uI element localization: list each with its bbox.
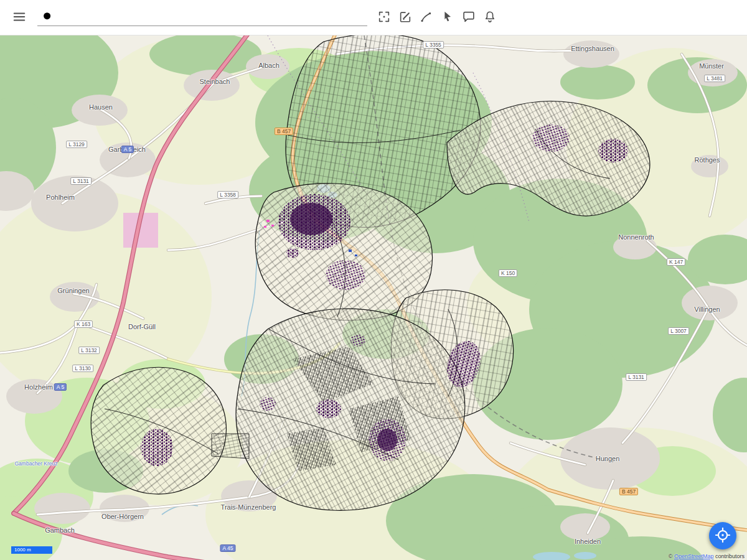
toolbar (0, 0, 747, 35)
map-attribution: © OpenStreetMap contributors (669, 553, 745, 559)
attribution-prefix: © (669, 553, 673, 559)
edit-icon (398, 10, 412, 26)
map-canvas[interactable] (0, 35, 747, 560)
draw-line-icon (420, 10, 433, 26)
bell-button[interactable] (479, 7, 500, 29)
toolbar-actions (374, 0, 500, 35)
search-input[interactable] (37, 7, 367, 26)
search-bar (37, 7, 367, 27)
pointer-icon (441, 10, 454, 26)
comment-button[interactable] (458, 7, 479, 29)
attribution-suffix: contributors (715, 553, 745, 559)
pointer-button[interactable] (437, 7, 458, 29)
comment-icon (462, 10, 476, 26)
map-container: AlbachSteinbachHausenGarbenteichPohlheim… (0, 35, 747, 560)
scale-bar: 1000 m (11, 546, 52, 554)
menu-button[interactable] (9, 6, 30, 29)
locate-fab[interactable] (709, 522, 736, 549)
draw-line-button[interactable] (416, 7, 437, 29)
osm-attribution-link[interactable]: OpenStreetMap (674, 553, 714, 559)
center-screen-button[interactable] (374, 7, 395, 29)
gps-crosshair-icon (715, 527, 731, 545)
bell-icon (483, 10, 497, 26)
edit-button[interactable] (395, 7, 416, 29)
menu-icon (12, 10, 26, 26)
center-screen-icon (377, 10, 391, 26)
